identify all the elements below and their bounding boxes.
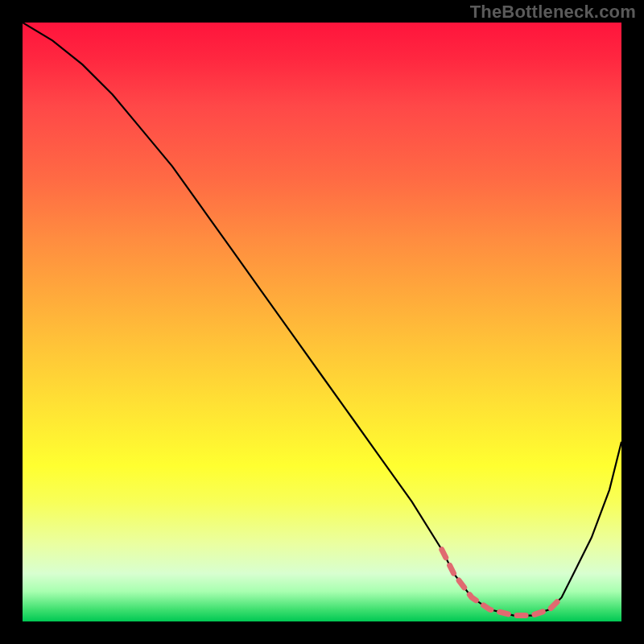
- chart-frame: TheBottleneck.com: [0, 0, 644, 644]
- watermark-text: TheBottleneck.com: [470, 2, 636, 23]
- curve-layer: [23, 23, 621, 621]
- optimal-range-highlight: [442, 550, 562, 616]
- plot-area: [23, 23, 621, 621]
- bottleneck-curve: [23, 23, 621, 616]
